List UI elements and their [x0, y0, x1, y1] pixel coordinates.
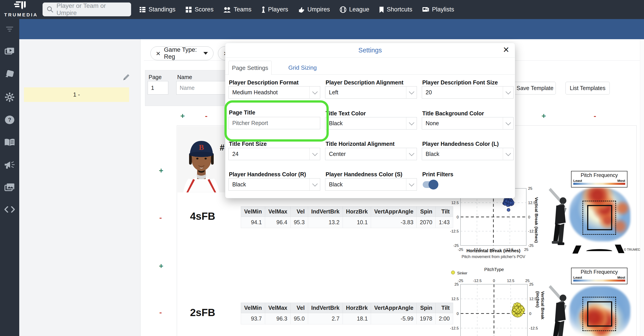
col-velmax: VelMax: [265, 206, 291, 217]
glossary-book-icon[interactable]: [4, 138, 15, 146]
nav-players-label: Players: [268, 6, 288, 13]
top-nav: TRUMEDIA Player or Team or Umpire Standi…: [0, 0, 644, 19]
announcements-megaphone-icon[interactable]: [4, 161, 15, 169]
grid-remove-row-1[interactable]: -: [159, 213, 162, 222]
select-title-font-size[interactable]: 24: [228, 148, 320, 160]
col-velmin: VelMin: [241, 206, 265, 217]
close-icon[interactable]: ×: [503, 44, 509, 55]
select-value: Center: [329, 151, 346, 157]
val-indvertbrk: 13.2: [308, 217, 342, 228]
scrollbar-track[interactable]: [640, 39, 644, 336]
select-handedness-color-r[interactable]: Black: [228, 178, 320, 191]
field-label-title-text-color: Title Text Color: [326, 110, 366, 117]
svg-text:25: 25: [529, 282, 534, 286]
chevron-down-icon: [312, 89, 318, 94]
batter-silhouette-2: [549, 280, 574, 336]
svg-text:0: 0: [457, 215, 459, 219]
shortcuts-bookmark-icon: [379, 6, 384, 13]
heatmap2-title: Pitch Frequency: [572, 269, 627, 275]
grid-add-row-1[interactable]: +: [159, 166, 163, 175]
pitch-frequency-legend-2: Pitch Frequency Least Most: [571, 268, 628, 284]
select-value: Black: [232, 181, 246, 188]
break-scatter-sinker: -25-25-25-12.5-12.5-12.500012.512.512.52…: [443, 265, 542, 336]
select-title-background-color[interactable]: None: [422, 117, 514, 130]
chart2-legend: Sinker: [451, 271, 467, 275]
val-velmin: 93.7: [241, 313, 265, 324]
edit-pencil-icon[interactable]: [122, 73, 130, 82]
nav-league[interactable]: League: [340, 6, 369, 13]
val-spin: 2070: [417, 217, 436, 228]
grid-remove-column-left[interactable]: -: [205, 112, 208, 120]
save-template-button[interactable]: Save Template: [514, 82, 556, 95]
teams-icon: [223, 6, 231, 13]
select-player-desc-format[interactable]: Medium Headshot: [228, 86, 320, 99]
col-spin: Spin: [417, 206, 436, 217]
field-label-print-filters: Print Filters: [422, 171, 453, 178]
video-playlists-icon[interactable]: [5, 47, 14, 55]
page-list-row-1[interactable]: 1 -: [24, 87, 129, 102]
left-icon-rail: ?: [0, 19, 19, 336]
settings-modal: Settings × Page Settings Grid Sizing Pla…: [225, 43, 515, 198]
list-templates-button[interactable]: List Templates: [566, 82, 610, 95]
help-icon[interactable]: ?: [5, 115, 14, 124]
svg-text:B: B: [199, 143, 204, 151]
svg-text:12.5: 12.5: [451, 201, 459, 205]
filter-icon[interactable]: [5, 26, 14, 32]
nav-league-label: League: [349, 6, 369, 13]
table-value-row: 93.7 96.3 95.0 2.7 18.1 -5.99 1978 2:00: [241, 313, 453, 324]
grid-remove-row-2[interactable]: -: [159, 308, 162, 317]
select-player-desc-font-size[interactable]: 20: [422, 86, 514, 99]
field-label-title-font-size: Title Font Size: [229, 141, 267, 147]
select-handedness-color-l[interactable]: Black: [422, 148, 514, 160]
nav-shortcuts-label: Shortcuts: [387, 6, 412, 13]
playlists-icon: [422, 6, 429, 13]
grid-add-column-left[interactable]: +: [180, 112, 185, 120]
page-number-input[interactable]: 1: [148, 81, 168, 95]
col-velmin: VelMin: [241, 303, 265, 313]
trumedia-logo[interactable]: TRUMEDIA: [3, 1, 39, 18]
val-vertapprangle: -3.83: [371, 217, 417, 228]
nav-umpires[interactable]: Umpires: [298, 6, 330, 13]
nav-playlists[interactable]: Playlists: [422, 6, 454, 13]
field-label-title-horizontal-alignment: Title Horizontal Alignment: [326, 141, 394, 147]
report-header-bar: [19, 19, 644, 39]
svg-text:0: 0: [457, 311, 459, 316]
nav-scores-label: Scores: [195, 6, 214, 13]
select-player-desc-alignment[interactable]: Left: [325, 86, 417, 99]
field-label-handedness-color-s: Player Handedness Color (S): [326, 171, 402, 178]
nav-teams[interactable]: Teams: [223, 6, 252, 13]
select-value: Black: [426, 151, 439, 157]
select-title-horizontal-alignment[interactable]: Center: [325, 148, 417, 160]
svg-text:0: 0: [528, 215, 530, 219]
media-gallery-icon[interactable]: [4, 183, 15, 191]
select-handedness-color-s[interactable]: Black: [325, 178, 417, 191]
select-value: Black: [329, 181, 342, 188]
chart1-y-axis-label: Vertical Break (inches): [534, 197, 539, 243]
global-search-input[interactable]: Player or Team or Umpire: [42, 3, 131, 16]
grid-add-column-right[interactable]: +: [542, 112, 546, 120]
svg-text:-25: -25: [458, 247, 464, 252]
chip-close-icon[interactable]: ×: [156, 50, 160, 57]
whiteboard-sketch-icon[interactable]: [4, 70, 15, 78]
table-header-row: VelMin VelMax Vel IndVertBrk HorzBrk Ver…: [241, 303, 453, 313]
embed-code-icon[interactable]: [4, 206, 15, 213]
tab-page-settings[interactable]: Page Settings: [228, 61, 272, 75]
grid-add-row-2[interactable]: +: [159, 262, 163, 270]
filter-chip-game-type[interactable]: × Game Type: Reg: [150, 46, 214, 60]
nav-players[interactable]: Players: [261, 6, 288, 13]
nav-scores[interactable]: Scores: [185, 6, 214, 13]
col-indvertbrk: IndVertBrk: [308, 206, 342, 217]
scores-icon: [185, 6, 192, 13]
svg-text:12.5: 12.5: [451, 297, 459, 301]
grid-remove-column-right[interactable]: -: [594, 112, 596, 120]
svg-text:-12.5: -12.5: [450, 326, 459, 330]
settings-gear-icon[interactable]: [5, 93, 14, 102]
svg-text:25: 25: [524, 247, 528, 252]
nav-shortcuts[interactable]: Shortcuts: [379, 6, 412, 13]
chart2-y-axis-label: Vertical Break (inches): [535, 291, 545, 336]
print-filters-toggle[interactable]: [423, 181, 436, 188]
tab-grid-sizing[interactable]: Grid Sizing: [284, 61, 322, 75]
modal-divider: [225, 57, 515, 58]
nav-standings[interactable]: Standings: [139, 6, 176, 13]
select-title-text-color[interactable]: Black: [325, 117, 417, 130]
